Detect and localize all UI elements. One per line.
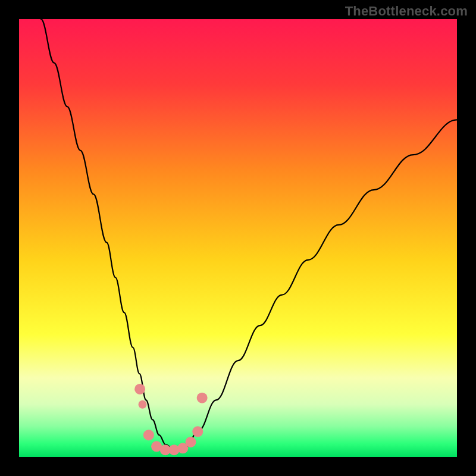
highlight-dot	[186, 437, 196, 447]
highlight-dot	[192, 426, 203, 437]
highlight-dot	[197, 393, 208, 403]
gradient-background	[19, 19, 457, 457]
highlight-dot	[143, 430, 154, 440]
plot-area	[19, 19, 457, 457]
highlight-dot	[139, 400, 147, 409]
highlight-dot	[134, 384, 145, 394]
chart-svg	[19, 19, 457, 457]
chart-frame: TheBottleneck.com	[0, 0, 476, 476]
watermark-text: TheBottleneck.com	[345, 4, 468, 19]
